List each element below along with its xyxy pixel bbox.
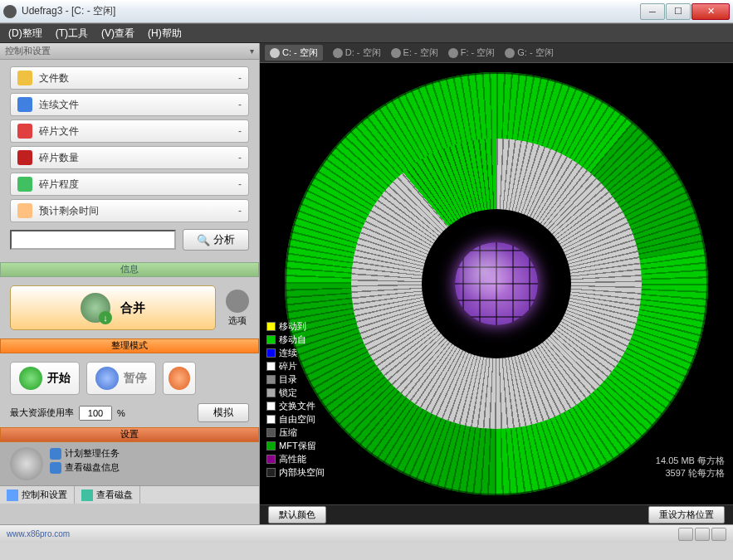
simulate-button[interactable]: 模拟 [198, 403, 249, 422]
legend-swatch [266, 415, 276, 424]
maximize-button[interactable]: ☐ [666, 3, 691, 20]
settings-section-label: 设置 [0, 427, 259, 442]
search-input[interactable] [10, 230, 176, 250]
schedule-icon [10, 447, 43, 480]
start-button[interactable]: 开始 [10, 362, 80, 395]
legend: 移动到 移动自 连续 碎片 目录 锁定 交换文件 自由空间 压缩 MFT保留 高… [266, 320, 325, 480]
stat-fragfiles[interactable]: 碎片文件- [10, 119, 249, 143]
task-icon [50, 448, 61, 460]
fragfiles-icon [17, 124, 32, 139]
resource-pct: % [117, 408, 125, 418]
files-icon [17, 71, 32, 85]
legend-swatch [266, 335, 276, 344]
magnifier-icon: 🔍 [197, 234, 210, 246]
contig-icon [17, 97, 32, 112]
reset-position-button[interactable]: 重设方格位置 [648, 506, 725, 523]
control-tab-icon [7, 489, 18, 501]
viewdisk-icon [50, 462, 61, 474]
stat-fragcount[interactable]: 碎片数量- [10, 146, 249, 169]
disk-info: 14.05 MB 每方格 3597 轮每方格 [656, 455, 725, 480]
drive-tab-c[interactable]: C: - 空闲 [265, 45, 323, 61]
disk-center-orb [455, 242, 538, 325]
minimize-button[interactable]: ─ [640, 3, 665, 20]
sidebar: 控制和设置 ▾ 文件数- 连续文件- 碎片文件- 碎片数量- 碎片程度- 预计剩… [0, 43, 260, 524]
tab-control[interactable]: 控制和设置 [0, 486, 75, 504]
legend-swatch [266, 362, 276, 371]
legend-swatch [266, 375, 276, 384]
options-button[interactable]: 选项 [226, 290, 249, 327]
resource-input[interactable] [79, 406, 112, 421]
legend-swatch [266, 388, 276, 397]
options-icon [226, 290, 249, 313]
legend-swatch [266, 441, 276, 450]
stat-eta[interactable]: 预计剩余时间- [10, 199, 249, 222]
window-title: Udefrag3 - [C: - 空闲] [22, 4, 640, 18]
viewdisk-tab-icon [81, 489, 93, 501]
menu-view[interactable]: (V)查看 [101, 27, 134, 41]
stat-contiguous[interactable]: 连续文件- [10, 93, 249, 116]
legend-swatch [266, 402, 276, 411]
status-url[interactable]: www.x86pro.com [7, 529, 70, 538]
schedule-viewdisk[interactable]: 查看磁盘信息 [50, 461, 120, 474]
fragcount-icon [17, 150, 32, 165]
play-icon [19, 367, 42, 390]
disk-visualization[interactable]: 移动到 移动自 连续 碎片 目录 锁定 交换文件 自由空间 压缩 MFT保留 高… [260, 63, 733, 504]
status-icons [678, 528, 726, 541]
drive-tab-e[interactable]: E: - 空闲 [391, 46, 438, 59]
drive-tab-f[interactable]: F: - 空闲 [448, 46, 496, 59]
drive-tab-d[interactable]: D: - 空闲 [333, 46, 381, 59]
drive-icon [391, 48, 401, 58]
panel-header[interactable]: 控制和设置 ▾ [0, 43, 259, 60]
legend-swatch [266, 455, 276, 464]
stat-fraglevel[interactable]: 碎片程度- [10, 173, 249, 196]
sidebar-tabs: 控制和设置 查看磁盘 [0, 485, 259, 504]
legend-swatch [266, 428, 276, 437]
close-button[interactable]: ✕ [691, 3, 730, 20]
eta-icon [17, 203, 32, 218]
resource-label: 最大资源使用率 [10, 407, 74, 419]
drive-tabs: C: - 空闲 D: - 空闲 E: - 空闲 F: - 空闲 G: - 空闲 [260, 43, 733, 63]
collapse-icon: ▾ [250, 46, 254, 56]
merge-button[interactable]: 合并 [10, 285, 216, 330]
default-color-button[interactable]: 默认颜色 [268, 506, 326, 523]
menubar: (D)整理 (T)工具 (V)查看 (H)帮助 [0, 23, 733, 43]
analyze-button[interactable]: 🔍分析 [183, 229, 249, 251]
menu-help[interactable]: (H)帮助 [148, 27, 182, 41]
fraglevel-icon [17, 177, 32, 192]
tab-viewdisk[interactable]: 查看磁盘 [75, 486, 140, 504]
schedule-section: 计划整理任务 查看磁盘信息 [0, 442, 259, 485]
drive-tab-g[interactable]: G: - 空闲 [505, 46, 553, 59]
menu-tools[interactable]: (T)工具 [56, 27, 88, 41]
menu-defrag[interactable]: (D)整理 [8, 27, 42, 41]
status-icon[interactable] [678, 528, 693, 541]
app-icon [3, 5, 17, 18]
merge-icon [81, 293, 110, 323]
drive-icon [505, 48, 515, 58]
status-icon[interactable] [695, 528, 710, 541]
drive-icon [270, 48, 280, 58]
mode-section-label: 整理模式 [0, 338, 259, 353]
main-area: C: - 空闲 D: - 空闲 E: - 空闲 F: - 空闲 G: - 空闲 … [260, 43, 733, 524]
status-icon[interactable] [711, 528, 726, 541]
stop-button[interactable] [163, 362, 196, 395]
drive-icon [448, 48, 458, 58]
stop-icon [169, 367, 190, 390]
stat-files[interactable]: 文件数- [10, 66, 249, 90]
schedule-task[interactable]: 计划整理任务 [50, 447, 120, 460]
info-section-label: 信息 [0, 262, 259, 277]
drive-icon [333, 48, 343, 58]
titlebar: Udefrag3 - [C: - 空闲] ─ ☐ ✕ [0, 0, 733, 23]
main-bottom-bar: 默认颜色 重设方格位置 [260, 504, 733, 524]
pause-button[interactable]: 暂停 [86, 362, 156, 395]
legend-swatch [266, 322, 276, 331]
legend-swatch [266, 468, 276, 477]
pause-icon [95, 367, 119, 390]
statusbar: www.x86pro.com [0, 524, 733, 543]
legend-swatch [266, 348, 276, 358]
